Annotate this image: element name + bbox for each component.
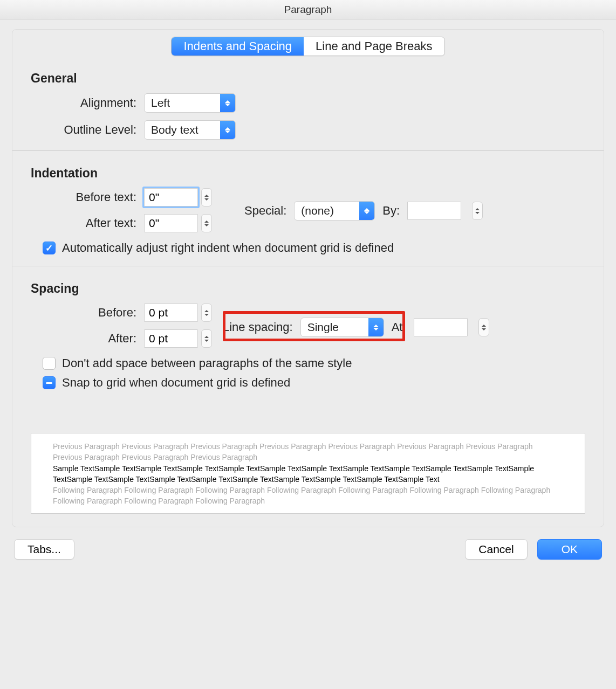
spacing-before-stepper[interactable] xyxy=(201,304,212,322)
preview-previous-text: Previous Paragraph Previous Paragraph Pr… xyxy=(53,441,563,463)
outline-level-select[interactable]: Body text xyxy=(144,120,236,140)
tabs-button[interactable]: Tabs... xyxy=(14,539,74,560)
spacing-before-label: Before: xyxy=(31,306,144,320)
window-title: Paragraph xyxy=(0,0,616,19)
chevron-up-down-icon xyxy=(368,318,384,336)
at-label: At: xyxy=(392,320,406,334)
special-label: Special: xyxy=(244,204,286,218)
preview-following-text: Following Paragraph Following Paragraph … xyxy=(53,485,563,507)
no-space-same-style-label: Don't add space between paragraphs of th… xyxy=(62,356,352,370)
special-value: (none) xyxy=(295,204,359,217)
snap-to-grid-label: Snap to grid when document grid is defin… xyxy=(62,376,290,390)
tabs: Indents and Spacing Line and Page Breaks xyxy=(171,37,444,56)
before-text-stepper[interactable] xyxy=(201,188,212,206)
alignment-select[interactable]: Left xyxy=(144,93,236,113)
before-text-label: Before text: xyxy=(31,190,144,204)
chevron-up-down-icon xyxy=(220,94,235,112)
spacing-before-input[interactable] xyxy=(144,304,198,322)
spacing-after-input[interactable] xyxy=(144,329,198,348)
tab-indents-spacing[interactable]: Indents and Spacing xyxy=(172,37,304,56)
before-text-input[interactable] xyxy=(144,188,198,206)
line-spacing-label: Line spacing: xyxy=(223,320,293,334)
general-heading: General xyxy=(31,71,585,86)
at-input[interactable] xyxy=(414,318,468,336)
tab-line-page-breaks[interactable]: Line and Page Breaks xyxy=(304,37,444,56)
preview-sample-text: Sample TextSample TextSample TextSample … xyxy=(53,463,563,485)
spacing-after-stepper[interactable] xyxy=(201,329,212,348)
special-select[interactable]: (none) xyxy=(294,201,375,221)
alignment-value: Left xyxy=(145,97,220,109)
outline-level-label: Outline Level: xyxy=(31,123,144,137)
auto-adjust-indent-label: Automatically adjust right indent when d… xyxy=(62,241,394,255)
spacing-after-label: After: xyxy=(31,332,144,346)
dialog-panel: Indents and Spacing Line and Page Breaks… xyxy=(12,29,604,527)
outline-level-value: Body text xyxy=(145,123,220,136)
alignment-label: Alignment: xyxy=(31,96,144,110)
line-spacing-value: Single xyxy=(301,321,368,334)
after-text-label: After text: xyxy=(31,216,144,230)
no-space-same-style-checkbox[interactable] xyxy=(43,357,56,370)
after-text-stepper[interactable] xyxy=(201,214,212,232)
spacing-heading: Spacing xyxy=(31,281,585,296)
chevron-up-down-icon xyxy=(220,121,235,139)
cancel-button[interactable]: Cancel xyxy=(465,539,527,560)
divider xyxy=(12,150,604,151)
auto-adjust-indent-checkbox[interactable]: ✓ xyxy=(43,242,56,254)
preview-pane: Previous Paragraph Previous Paragraph Pr… xyxy=(31,433,585,514)
indentation-heading: Indentation xyxy=(31,166,585,181)
after-text-input[interactable] xyxy=(144,214,198,232)
divider xyxy=(12,266,604,266)
by-label: By: xyxy=(382,204,400,218)
at-stepper[interactable] xyxy=(478,318,489,336)
ok-button[interactable]: OK xyxy=(537,539,602,560)
chevron-up-down-icon xyxy=(359,202,374,220)
snap-to-grid-checkbox[interactable] xyxy=(43,376,56,389)
by-input[interactable] xyxy=(407,202,461,220)
by-stepper[interactable] xyxy=(472,202,483,220)
line-spacing-select[interactable]: Single xyxy=(300,318,384,337)
